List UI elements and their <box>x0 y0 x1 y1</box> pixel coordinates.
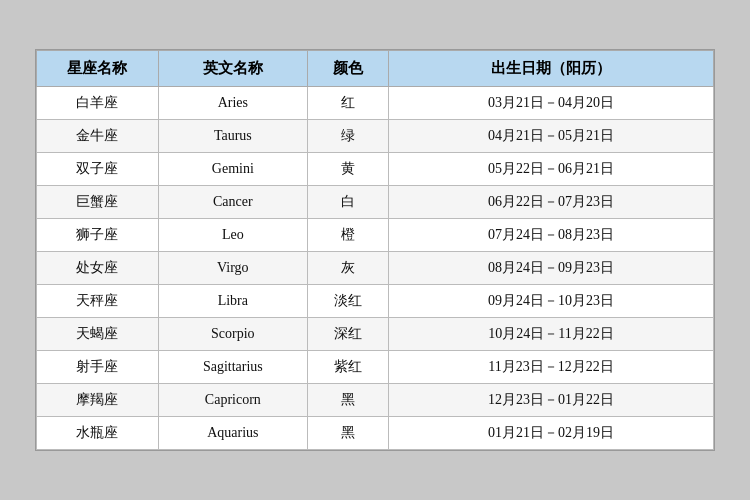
cell-date: 07月24日－08月23日 <box>389 219 714 252</box>
table-row: 天蝎座Scorpio深红10月24日－11月22日 <box>37 318 714 351</box>
table-row: 天秤座Libra淡红09月24日－10月23日 <box>37 285 714 318</box>
cell-en-name: Leo <box>158 219 307 252</box>
zodiac-table: 星座名称 英文名称 颜色 出生日期（阳历） 白羊座Aries红03月21日－04… <box>36 50 714 450</box>
cell-color: 黑 <box>307 417 388 450</box>
zodiac-table-container: 星座名称 英文名称 颜色 出生日期（阳历） 白羊座Aries红03月21日－04… <box>35 49 715 451</box>
cell-zh-name: 白羊座 <box>37 87 159 120</box>
cell-en-name: Taurus <box>158 120 307 153</box>
cell-date: 08月24日－09月23日 <box>389 252 714 285</box>
table-row: 射手座Sagittarius紫红11月23日－12月22日 <box>37 351 714 384</box>
cell-zh-name: 射手座 <box>37 351 159 384</box>
header-date: 出生日期（阳历） <box>389 51 714 87</box>
cell-date: 01月21日－02月19日 <box>389 417 714 450</box>
cell-date: 06月22日－07月23日 <box>389 186 714 219</box>
cell-color: 白 <box>307 186 388 219</box>
table-header-row: 星座名称 英文名称 颜色 出生日期（阳历） <box>37 51 714 87</box>
table-row: 双子座Gemini黄05月22日－06月21日 <box>37 153 714 186</box>
cell-color: 灰 <box>307 252 388 285</box>
cell-color: 黑 <box>307 384 388 417</box>
cell-zh-name: 天秤座 <box>37 285 159 318</box>
cell-zh-name: 巨蟹座 <box>37 186 159 219</box>
header-en-name: 英文名称 <box>158 51 307 87</box>
header-color: 颜色 <box>307 51 388 87</box>
cell-zh-name: 金牛座 <box>37 120 159 153</box>
cell-date: 04月21日－05月21日 <box>389 120 714 153</box>
cell-color: 紫红 <box>307 351 388 384</box>
cell-date: 11月23日－12月22日 <box>389 351 714 384</box>
table-row: 水瓶座Aquarius黑01月21日－02月19日 <box>37 417 714 450</box>
cell-date: 03月21日－04月20日 <box>389 87 714 120</box>
cell-en-name: Gemini <box>158 153 307 186</box>
table-row: 巨蟹座Cancer白06月22日－07月23日 <box>37 186 714 219</box>
header-zh-name: 星座名称 <box>37 51 159 87</box>
cell-en-name: Scorpio <box>158 318 307 351</box>
cell-zh-name: 天蝎座 <box>37 318 159 351</box>
table-row: 金牛座Taurus绿04月21日－05月21日 <box>37 120 714 153</box>
cell-color: 红 <box>307 87 388 120</box>
cell-en-name: Capricorn <box>158 384 307 417</box>
cell-color: 绿 <box>307 120 388 153</box>
cell-en-name: Virgo <box>158 252 307 285</box>
cell-date: 12月23日－01月22日 <box>389 384 714 417</box>
cell-color: 深红 <box>307 318 388 351</box>
table-row: 狮子座Leo橙07月24日－08月23日 <box>37 219 714 252</box>
cell-en-name: Libra <box>158 285 307 318</box>
cell-zh-name: 处女座 <box>37 252 159 285</box>
table-row: 白羊座Aries红03月21日－04月20日 <box>37 87 714 120</box>
cell-date: 05月22日－06月21日 <box>389 153 714 186</box>
cell-en-name: Sagittarius <box>158 351 307 384</box>
cell-date: 10月24日－11月22日 <box>389 318 714 351</box>
cell-en-name: Aries <box>158 87 307 120</box>
cell-zh-name: 摩羯座 <box>37 384 159 417</box>
cell-en-name: Aquarius <box>158 417 307 450</box>
table-row: 摩羯座Capricorn黑12月23日－01月22日 <box>37 384 714 417</box>
cell-zh-name: 狮子座 <box>37 219 159 252</box>
cell-color: 黄 <box>307 153 388 186</box>
cell-en-name: Cancer <box>158 186 307 219</box>
table-row: 处女座Virgo灰08月24日－09月23日 <box>37 252 714 285</box>
cell-zh-name: 双子座 <box>37 153 159 186</box>
cell-color: 淡红 <box>307 285 388 318</box>
cell-zh-name: 水瓶座 <box>37 417 159 450</box>
cell-date: 09月24日－10月23日 <box>389 285 714 318</box>
table-body: 白羊座Aries红03月21日－04月20日金牛座Taurus绿04月21日－0… <box>37 87 714 450</box>
cell-color: 橙 <box>307 219 388 252</box>
